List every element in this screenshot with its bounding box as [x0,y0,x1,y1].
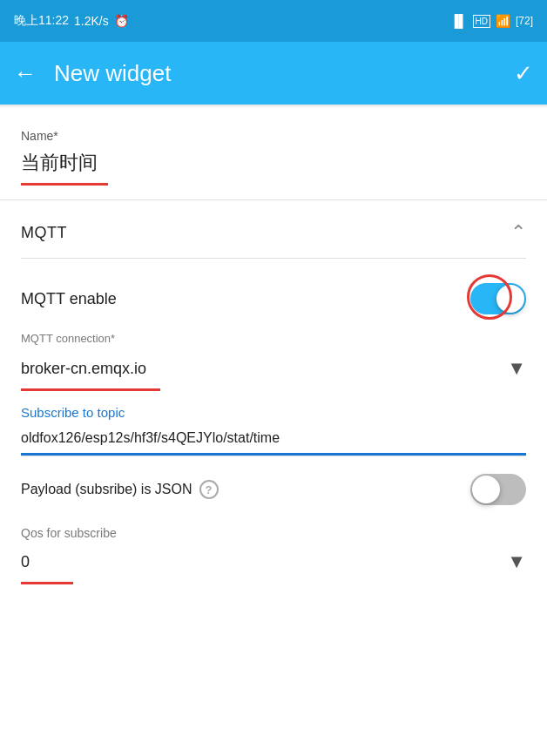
mqtt-enable-toggle[interactable] [470,283,526,314]
name-underline [21,183,108,186]
mqtt-enable-row: MQTT enable [21,259,526,332]
mqtt-collapse-button[interactable]: ⌃ [510,221,526,244]
mqtt-connection-value: broker-cn.emqx.io [21,360,507,378]
battery-icon: [72] [516,15,533,27]
confirm-button[interactable]: ✓ [514,60,533,87]
status-bar: 晚上11:22 1.2K/s ⏰ ▐▌ HD 📶 [72] [0,0,547,42]
name-section: Name* 当前时间 [0,108,547,186]
qos-arrow-icon[interactable]: ▼ [507,550,526,573]
back-button[interactable]: ← [14,60,37,87]
hd-badge: HD [473,15,490,28]
mqtt-connection-dropdown[interactable]: broker-cn.emqx.io ▼ [21,350,526,388]
mqtt-connection-arrow-icon[interactable]: ▼ [507,357,526,380]
network-speed: 1.2K/s [74,14,109,28]
alarm-icon: ⏰ [114,14,129,28]
qos-value: 0 [21,553,30,571]
app-bar: ← New widget ✓ [0,42,547,105]
name-label: Name* [21,129,526,143]
mqtt-enable-label: MQTT enable [21,290,117,308]
mqtt-section-title: MQTT [21,224,67,242]
signal-icon: ▐▌ [450,14,468,28]
mqtt-connection-label: MQTT connection* [21,332,526,345]
toggle-circle-off [472,476,500,503]
name-value[interactable]: 当前时间 [21,146,526,183]
qos-row[interactable]: 0 ▼ [21,545,526,582]
qos-section: Qos for subscribe 0 ▼ [0,519,547,612]
mqtt-section: MQTT ⌃ MQTT enable MQTT connection* brok… [0,200,547,519]
subscribe-topic-label[interactable]: Subscribe to topic [21,405,526,420]
payload-json-toggle[interactable] [470,474,526,505]
time-display: 晚上11:22 [14,13,69,29]
subscribe-topic-section: Subscribe to topic oldfox126/esp12s/hf3f… [21,405,526,456]
mqtt-header: MQTT ⌃ [21,200,526,259]
payload-json-label: Payload (subsribe) is JSON ? [21,480,219,499]
main-content: Name* 当前时间 MQTT ⌃ MQTT enable MQTT conne… [0,108,547,612]
qos-underline [21,582,73,584]
mqtt-connection-section: MQTT connection* broker-cn.emqx.io ▼ [21,332,526,391]
status-left: 晚上11:22 1.2K/s ⏰ [14,13,129,29]
qos-label: Qos for subscribe [21,519,526,540]
mqtt-connection-underline [21,388,160,391]
payload-json-row: Payload (subsribe) is JSON ? [21,456,526,519]
wifi-icon: 📶 [496,14,510,28]
subscribe-topic-value[interactable]: oldfox126/esp12s/hf3f/s4QEJYlo/stat/time [21,425,526,453]
toggle-circle-on [496,285,524,313]
payload-help-icon[interactable]: ? [199,480,219,499]
status-right: ▐▌ HD 📶 [72] [450,14,533,28]
page-title: New widget [54,60,496,87]
